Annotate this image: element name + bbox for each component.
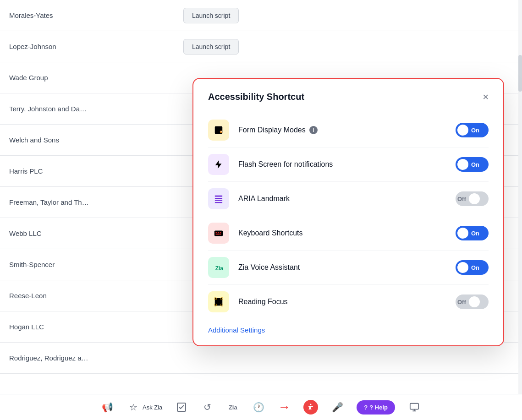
accessibility-modal: Accessibility Shortcut × Form Display Mo… [192, 78, 504, 346]
refresh-icon: ↺ [201, 401, 214, 414]
ask-zia-toolbar-item[interactable]: ☆ Ask Zia [127, 401, 162, 414]
feature-label-keyboard-shortcuts: Keyboard Shortcuts [238, 229, 446, 237]
help-label: ? Help [369, 404, 388, 411]
company-name: Terry, Johnston and Da… [9, 105, 183, 113]
bottom-toolbar: 📢 ☆ Ask Zia ↺ Zia 🕐 → [0, 394, 522, 420]
launch-script-button[interactable]: Launch script [183, 39, 239, 55]
tray-toolbar-item[interactable] [408, 401, 421, 414]
scrollbar-thumb[interactable] [518, 55, 522, 92]
svg-rect-5 [215, 202, 223, 203]
toggle-circle-aria-landmark [469, 193, 480, 204]
feature-icon-flash-screen [208, 154, 229, 175]
toggle-label-keyboard-shortcuts: On [471, 230, 479, 237]
company-name: Wade Group [9, 74, 183, 82]
modal-header: Accessibility Shortcut × [208, 92, 489, 102]
toggle-circle-flash-screen [457, 159, 468, 170]
feature-icon-aria-landmark [208, 188, 229, 209]
toggle-aria-landmark[interactable]: Off [456, 191, 489, 206]
clock-icon: 🕐 [252, 401, 265, 414]
help-icon: ? [364, 404, 368, 411]
refresh-toolbar-item[interactable]: ↺ [201, 401, 214, 414]
additional-settings-link[interactable]: Additional Settings [208, 326, 265, 334]
toggle-label-form-display: On [471, 127, 479, 134]
tray-icon [408, 401, 421, 414]
svg-point-20 [310, 404, 312, 405]
svg-rect-8 [218, 232, 219, 233]
feature-label-flash-screen: Flash Screen for notifications [238, 160, 446, 169]
table-row: Lopez-Johnson Launch script [0, 31, 522, 62]
company-name: Reese-Leon [9, 292, 183, 300]
svg-rect-12 [220, 234, 221, 235]
arrow-icon: → [278, 400, 291, 415]
ask-zia-label: Ask Zia [143, 404, 162, 411]
table-row: Morales-Yates Launch script [0, 0, 522, 31]
toggle-circle-zia-voice [457, 262, 468, 273]
feature-label-zia-voice: Zia Voice Assistant [238, 263, 446, 272]
mic-icon: 🎤 [331, 401, 344, 414]
svg-rect-10 [216, 234, 217, 235]
modal-title: Accessibility Shortcut [208, 92, 304, 102]
company-name: Smith-Spencer [9, 261, 183, 268]
svg-rect-9 [220, 232, 221, 233]
feature-row-flash-screen: Flash Screen for notifications On [208, 147, 489, 182]
feature-icon-reading-focus [208, 291, 229, 312]
company-name: Freeman, Taylor and Th… [9, 198, 183, 206]
launch-script-button[interactable]: Launch script [183, 8, 239, 23]
svg-rect-6 [214, 231, 223, 236]
accessibility-icon[interactable] [303, 400, 318, 415]
toggle-label-flash-screen: On [471, 161, 479, 168]
features-list: Form Display Modes i On Flash Screen for… [208, 113, 489, 319]
broadcast-icon: 📢 [101, 401, 114, 414]
company-name: Hogan LLC [9, 323, 183, 331]
accessibility-toolbar-item[interactable] [303, 400, 318, 415]
svg-text:Zia: Zia [215, 265, 224, 272]
toggle-keyboard-shortcuts[interactable]: On [456, 226, 489, 240]
toggle-label-aria-landmark: Off [457, 196, 466, 202]
toggle-zia-voice[interactable]: On [456, 260, 489, 275]
zia-logo-icon: Zia [226, 401, 239, 414]
svg-rect-14 [215, 298, 223, 306]
feature-row-reading-focus: Reading Focus Off [208, 285, 489, 319]
broadcast-toolbar-item[interactable]: 📢 [101, 401, 114, 414]
feature-row-keyboard-shortcuts: Keyboard Shortcuts On [208, 216, 489, 251]
toggle-circle-form-display [457, 125, 468, 136]
feature-label-aria-landmark: ARIA Landmark [238, 195, 446, 203]
toggle-flash-screen[interactable]: On [456, 157, 489, 172]
clock-toolbar-item[interactable]: 🕐 [252, 401, 265, 414]
mic-toolbar-item[interactable]: 🎤 [331, 401, 344, 414]
svg-rect-3 [215, 198, 223, 199]
toggle-label-reading-focus: Off [457, 299, 466, 305]
company-name: Morales-Yates [9, 11, 183, 19]
checklist-icon [175, 401, 188, 414]
checklist-toolbar-item[interactable] [175, 401, 188, 414]
feature-icon-form-display [208, 120, 229, 141]
arrow-indicator: → [278, 400, 291, 415]
ask-zia-icon: ☆ [127, 401, 140, 414]
feature-label-reading-focus: Reading Focus [238, 298, 446, 306]
modal-close-button[interactable]: × [483, 92, 489, 102]
svg-rect-21 [410, 404, 418, 409]
feature-label-form-display: Form Display Modes i [238, 126, 446, 134]
feature-icon-keyboard-shortcuts [208, 223, 229, 244]
help-button[interactable]: ? ? Help [357, 400, 395, 415]
company-name: Lopez-Johnson [9, 43, 183, 50]
company-name: Welch and Sons [9, 136, 183, 144]
toggle-circle-reading-focus [469, 296, 480, 307]
info-icon-form-display[interactable]: i [309, 126, 318, 134]
svg-rect-4 [215, 200, 223, 201]
table-row: Rodriguez, Rodriguez a… [0, 343, 522, 374]
toggle-label-zia-voice: On [471, 264, 479, 271]
toggle-reading-focus[interactable]: Off [456, 295, 489, 309]
svg-rect-2 [215, 196, 223, 197]
svg-rect-11 [217, 234, 220, 235]
toggle-form-display[interactable]: On [456, 123, 489, 137]
zia-logo-toolbar-item[interactable]: Zia [226, 401, 239, 414]
feature-icon-zia-voice: Zia [208, 257, 229, 278]
company-name: Harris PLC [9, 167, 183, 175]
feature-row-zia-voice: Zia Zia Voice Assistant On [208, 251, 489, 285]
feature-row-form-display: Form Display Modes i On [208, 113, 489, 147]
toggle-circle-keyboard-shortcuts [457, 228, 468, 239]
svg-rect-7 [216, 232, 217, 233]
company-name: Rodriguez, Rodriguez a… [9, 354, 183, 362]
scrollbar-track[interactable] [518, 0, 522, 394]
